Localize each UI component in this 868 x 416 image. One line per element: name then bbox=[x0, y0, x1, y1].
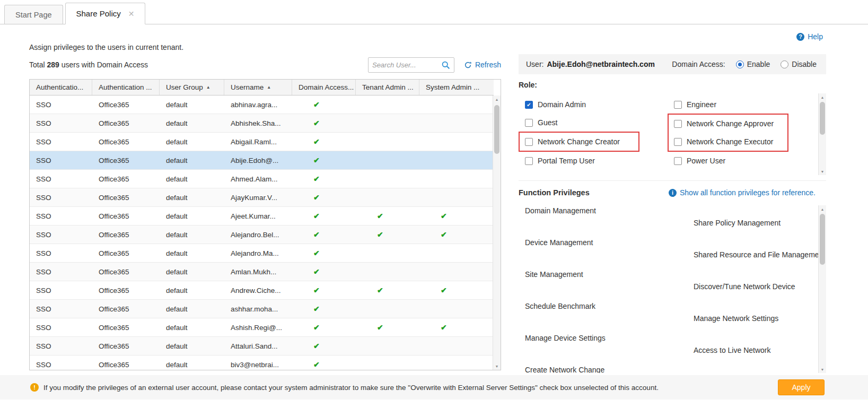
enable-radio[interactable] bbox=[736, 60, 744, 68]
privilege-item: Domain Management bbox=[525, 205, 676, 228]
user-group-cell: default bbox=[160, 207, 224, 225]
domain-access-cell: ✔ bbox=[292, 356, 356, 370]
username-cell: Amlan.Mukh... bbox=[224, 263, 292, 281]
auth-server-cell: Office365 bbox=[92, 337, 160, 355]
column-header[interactable]: Domain Access... bbox=[292, 80, 356, 95]
auth-type-cell: SSO bbox=[30, 188, 92, 206]
table-row[interactable]: SSOOffice365defaultAbhishek.Sha...✔ bbox=[30, 114, 494, 133]
privilege-item: Share Policy Management bbox=[694, 218, 826, 228]
table-row[interactable]: SSOOffice365defaultAjayKumar.V...✔ bbox=[30, 188, 494, 207]
show-all-privileges-link[interactable]: i Show all function privileges for refer… bbox=[669, 188, 826, 197]
system-admin-cell bbox=[419, 337, 494, 355]
role-checkbox[interactable] bbox=[525, 157, 533, 165]
search-box[interactable] bbox=[368, 57, 454, 73]
role-option[interactable]: Portal Temp User bbox=[525, 152, 674, 170]
column-header[interactable]: Username▲ bbox=[224, 80, 292, 95]
role-checkbox[interactable] bbox=[674, 138, 682, 146]
role-option[interactable]: Network Change Approver bbox=[674, 115, 782, 133]
domain-access-enable-option[interactable]: Enable bbox=[736, 60, 770, 68]
scroll-up-icon[interactable]: ▲ bbox=[819, 205, 826, 213]
role-option[interactable]: Network Change Executor bbox=[674, 133, 782, 151]
auth-server-cell: Office365 bbox=[92, 151, 160, 169]
total-suffix: users with Domain Access bbox=[62, 60, 148, 69]
role-option[interactable]: Network Change Creator bbox=[525, 133, 633, 151]
role-checkbox[interactable] bbox=[674, 101, 682, 109]
user-group-cell: default bbox=[160, 170, 224, 188]
table-row[interactable]: SSOOffice365defaultAlejandro.Ma...✔ bbox=[30, 244, 494, 263]
role-option-label: Network Change Executor bbox=[687, 137, 773, 146]
close-tab-icon[interactable]: ✕ bbox=[128, 10, 135, 18]
column-header[interactable]: User Group▲ bbox=[160, 80, 224, 95]
column-header-label: Authenticatio... bbox=[36, 83, 83, 91]
apply-button[interactable]: Apply bbox=[778, 379, 825, 395]
scroll-track[interactable] bbox=[819, 213, 826, 366]
total-count: 289 bbox=[47, 60, 59, 69]
check-icon: ✔ bbox=[441, 212, 447, 220]
scroll-down-icon[interactable]: ▼ bbox=[819, 366, 826, 373]
privilege-item: Manage Device Settings bbox=[525, 333, 676, 356]
table-row[interactable]: SSOOffice365defaultAhmed.Alam...✔ bbox=[30, 170, 494, 188]
disable-radio[interactable] bbox=[781, 60, 788, 68]
username-cell: Abigail.Raml... bbox=[224, 133, 292, 151]
role-scrollbar[interactable]: ▲ ▼ bbox=[818, 93, 826, 175]
role-option-label: Power User bbox=[687, 157, 725, 165]
table-row[interactable]: SSOOffice365defaultAttaluri.Sand...✔ bbox=[30, 337, 494, 356]
table-row[interactable]: SSOOffice365defaultAndrew.Ciche...✔✔✔ bbox=[30, 281, 494, 300]
auth-server-cell: Office365 bbox=[92, 356, 160, 370]
help-link[interactable]: ? Help bbox=[796, 31, 823, 42]
table-row[interactable]: SSOOffice365defaultAshish.Regi@...✔✔✔ bbox=[30, 318, 494, 337]
role-option[interactable]: Guest bbox=[525, 114, 674, 132]
role-checkbox[interactable] bbox=[525, 138, 533, 146]
table-row[interactable]: SSOOffice365defaultAbigail.Raml...✔ bbox=[30, 133, 494, 151]
scroll-up-icon[interactable]: ▲ bbox=[819, 93, 826, 101]
column-header-label: Tenant Admin ... bbox=[362, 83, 414, 91]
table-header: Authenticatio...Authentication ...User G… bbox=[30, 80, 494, 96]
refresh-label: Refresh bbox=[475, 60, 501, 69]
scroll-thumb[interactable] bbox=[820, 214, 825, 265]
column-header[interactable]: Authenticatio... bbox=[30, 80, 92, 95]
check-icon: ✔ bbox=[377, 286, 383, 294]
privilege-item: Shared Resource and File Management bbox=[694, 249, 826, 260]
scroll-down-icon[interactable]: ▼ bbox=[493, 362, 501, 370]
scroll-track[interactable] bbox=[819, 101, 826, 168]
scroll-track[interactable] bbox=[493, 103, 501, 362]
tab-start-page[interactable]: Start Page bbox=[4, 5, 63, 24]
role-option[interactable]: Power User bbox=[674, 152, 788, 170]
scroll-up-icon[interactable]: ▲ bbox=[493, 96, 501, 103]
table-row[interactable]: SSOOffice365defaultAmlan.Mukh...✔ bbox=[30, 263, 494, 281]
scroll-down-icon[interactable]: ▼ bbox=[819, 168, 826, 175]
user-group-cell: default bbox=[160, 356, 224, 370]
scroll-thumb[interactable] bbox=[494, 105, 499, 154]
role-checkbox[interactable] bbox=[674, 120, 682, 128]
scroll-thumb[interactable] bbox=[820, 102, 825, 135]
role-checkbox[interactable] bbox=[674, 157, 682, 165]
table-scrollbar[interactable]: ▲ ▼ bbox=[493, 96, 501, 370]
username-cell: Ahmed.Alam... bbox=[224, 170, 292, 188]
system-admin-cell: ✔ bbox=[419, 226, 494, 244]
tab-share-policy[interactable]: Share Policy ✕ bbox=[65, 3, 146, 24]
role-checkbox[interactable] bbox=[525, 119, 533, 127]
tenant-admin-cell: ✔ bbox=[356, 281, 419, 299]
table-row[interactable]: SSOOffice365defaultAlejandro.Bel...✔✔✔ bbox=[30, 226, 494, 244]
search-input[interactable] bbox=[372, 61, 441, 69]
check-icon: ✔ bbox=[313, 360, 320, 369]
role-option[interactable]: Engineer bbox=[674, 96, 788, 114]
privilege-item: Access to Live Network bbox=[694, 345, 826, 356]
table-row[interactable]: SSOOffice365defaultashhar.moha...✔ bbox=[30, 300, 494, 318]
table-row[interactable]: SSOOffice365defaultabhinav.agra...✔ bbox=[30, 96, 494, 114]
column-header[interactable]: System Admin ... bbox=[419, 80, 494, 95]
user-group-cell: default bbox=[160, 337, 224, 355]
column-header[interactable]: Tenant Admin ... bbox=[356, 80, 419, 95]
table-row[interactable]: SSOOffice365defaultbiv3@netbrai...✔ bbox=[30, 356, 494, 370]
table-row[interactable]: SSOOffice365defaultAbije.Edoh@...✔ bbox=[30, 151, 494, 170]
privileges-scrollbar[interactable]: ▲ ▼ bbox=[818, 205, 826, 373]
info-icon: i bbox=[669, 189, 677, 197]
refresh-button[interactable]: Refresh bbox=[464, 60, 501, 69]
table-row[interactable]: SSOOffice365defaultAjeet.Kumar...✔✔✔ bbox=[30, 207, 494, 226]
column-header[interactable]: Authentication ... bbox=[92, 80, 160, 95]
role-checkbox[interactable]: ✔ bbox=[525, 101, 533, 109]
username-cell: AjayKumar.V... bbox=[224, 188, 292, 206]
search-icon[interactable] bbox=[441, 60, 450, 70]
domain-access-disable-option[interactable]: Disable bbox=[781, 60, 817, 68]
role-option[interactable]: ✔Domain Admin bbox=[525, 96, 674, 114]
